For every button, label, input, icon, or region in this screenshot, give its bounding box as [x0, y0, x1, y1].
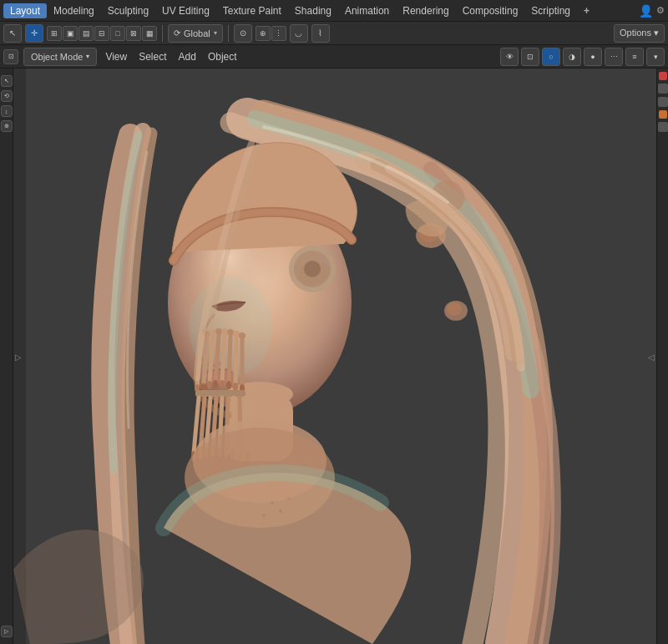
svg-point-35: [220, 380, 225, 388]
svg-line-28: [229, 337, 230, 383]
viewport-shading-wire[interactable]: ⊡: [521, 48, 539, 66]
view-extra[interactable]: ▾: [646, 48, 665, 66]
viewport-icons-right: 👁 ⊡ ○ ◑ ● ⋯ ≡ ▾: [500, 48, 665, 66]
cursor-tool-button[interactable]: ✛: [25, 24, 43, 43]
menu-layout[interactable]: Layout: [3, 3, 47, 18]
left-tool-1[interactable]: ↖: [1, 75, 13, 87]
select-menu-item[interactable]: Select: [135, 49, 170, 64]
view-icon-7[interactable]: ▦: [142, 26, 157, 41]
view-icon-2[interactable]: ▣: [63, 26, 78, 41]
model-canvas: [13, 68, 656, 644]
menu-shading[interactable]: Shading: [288, 3, 338, 18]
right-panel: [656, 68, 668, 644]
svg-point-34: [213, 380, 218, 388]
right-panel-icon-3[interactable]: [658, 97, 668, 107]
left-expand-arrow[interactable]: ▷: [1, 626, 13, 637]
object-mode-arrow-icon: ▾: [86, 53, 89, 60]
svg-point-63: [262, 514, 266, 517]
menu-animation[interactable]: Animation: [338, 3, 396, 18]
model-svg: [13, 68, 656, 644]
transform-icon: ⟳: [174, 28, 180, 38]
svg-point-13: [447, 302, 462, 316]
view-icon-1[interactable]: ⊞: [47, 26, 62, 41]
user-icon-area: 👤 ⚙: [639, 4, 665, 18]
right-panel-icon-5[interactable]: [658, 122, 668, 132]
view-mode-icons: ⊞ ▣ ▤ ⊟ □ ⊠ ▦: [47, 26, 157, 41]
viewport-shading-render[interactable]: ●: [584, 48, 602, 66]
main-toolbar: ↖ ✛ ⊞ ▣ ▤ ⊟ □ ⊠ ▦ ⟳ Global ▾ ⊙ ⊕ ⋮ ◡ ⌇ O…: [0, 22, 668, 45]
svg-point-33: [207, 381, 212, 389]
right-panel-icon-2[interactable]: [658, 84, 668, 94]
right-panel-icon-1[interactable]: [659, 72, 667, 80]
menu-sculpting[interactable]: Sculpting: [101, 3, 155, 18]
left-tool-2[interactable]: ⟲: [1, 90, 13, 102]
left-tool-4[interactable]: ⊕: [1, 120, 13, 132]
object-mode-dropdown[interactable]: Object Mode ▾: [23, 48, 97, 66]
right-expand-arrow-viewport[interactable]: ◁: [648, 352, 655, 361]
toolbar-sep-2: [228, 25, 229, 42]
toolbar-sep-1: [162, 25, 163, 42]
viewport-shading-solid[interactable]: ○: [542, 48, 560, 66]
left-toolbar: ↖ ⟲ ↕ ⊕ ▷: [0, 68, 13, 644]
menu-compositing[interactable]: Compositing: [456, 3, 525, 18]
viewport-3d[interactable]: ▷ ◁: [13, 68, 656, 644]
right-panel-icon-4[interactable]: [659, 110, 667, 119]
view-icon-4[interactable]: ⊟: [94, 26, 109, 41]
snap-options-icon[interactable]: ⋮: [271, 26, 286, 41]
add-workspace-button[interactable]: +: [577, 3, 596, 18]
left-tool-3[interactable]: ↕: [1, 105, 13, 117]
mode-icon-button[interactable]: ⊡: [3, 49, 18, 64]
menu-texture-paint[interactable]: Texture Paint: [216, 3, 288, 18]
view-overlay-dropdown[interactable]: ⋯: [605, 48, 623, 66]
left-expand-arrow-viewport[interactable]: ▷: [15, 352, 22, 361]
transform-arrow-icon: ▾: [214, 29, 217, 37]
object-mode-label: Object Mode: [31, 52, 83, 62]
svg-point-64: [287, 497, 291, 500]
user-avatar-icon[interactable]: 👤: [639, 4, 653, 18]
select-tool-button[interactable]: ↖: [3, 24, 22, 43]
user-settings-icon[interactable]: ⚙: [656, 5, 665, 16]
view-icon-3[interactable]: ▤: [78, 26, 94, 41]
svg-line-27: [222, 336, 225, 382]
top-menu-bar: Layout Modeling Sculpting UV Editing Tex…: [0, 0, 668, 22]
toolbar-right: Options ▾: [614, 24, 665, 43]
svg-line-29: [235, 338, 236, 384]
menu-scripting[interactable]: Scripting: [524, 3, 577, 18]
svg-point-61: [271, 501, 274, 505]
svg-rect-40: [195, 390, 245, 397]
proportional-edit-button[interactable]: ⊙: [234, 24, 252, 43]
snap-icons: ⊕ ⋮: [256, 26, 286, 41]
view-gizmo-toggle[interactable]: ≡: [625, 48, 644, 66]
transform-label: Global: [184, 28, 210, 38]
transform-orientation-dropdown[interactable]: ⟳ Global ▾: [168, 24, 223, 43]
svg-point-36: [226, 381, 231, 389]
svg-point-62: [279, 510, 282, 513]
add-menu-item[interactable]: Add: [175, 49, 200, 64]
snap-icon[interactable]: ⊕: [256, 26, 271, 41]
proportional-falloff-button[interactable]: ◡: [290, 24, 308, 43]
menu-rendering[interactable]: Rendering: [396, 3, 455, 18]
view-menu-item[interactable]: View: [102, 49, 130, 64]
view-icon-6[interactable]: ⊠: [126, 26, 141, 41]
proportional-size-button[interactable]: ⌇: [311, 24, 330, 43]
object-menu-item[interactable]: Object: [205, 49, 240, 64]
menu-modeling[interactable]: Modeling: [47, 3, 101, 18]
viewport-shading-material[interactable]: ◑: [563, 48, 581, 66]
svg-point-37: [233, 383, 238, 391]
mode-bar: ⊡ Object Mode ▾ View Select Add Object 👁…: [0, 45, 668, 68]
gizmo-toggle[interactable]: 👁: [500, 48, 519, 66]
menu-uv-editing[interactable]: UV Editing: [155, 3, 216, 18]
svg-point-9: [289, 246, 336, 292]
options-dropdown[interactable]: Options ▾: [614, 24, 665, 43]
view-icon-5[interactable]: □: [110, 26, 125, 41]
